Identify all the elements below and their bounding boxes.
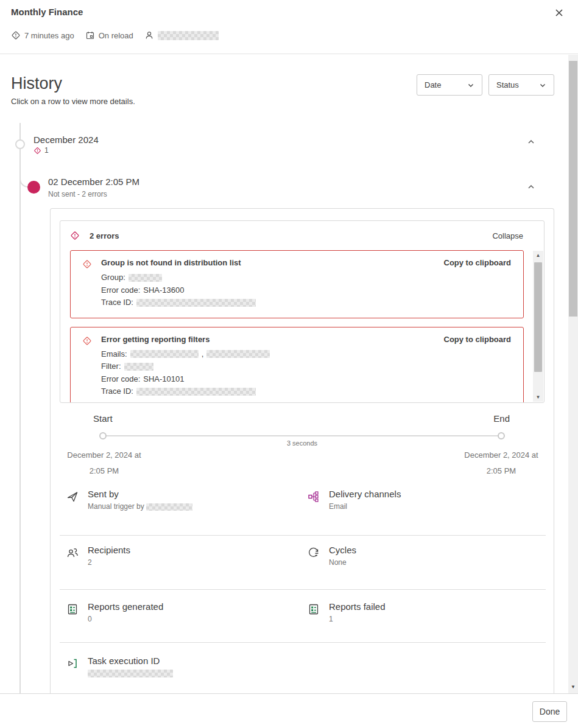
- duration-start-datetime: December 2, 2024 at 2:05 PM: [55, 447, 153, 479]
- group-field-label: Group:: [101, 271, 125, 284]
- owner-meta: [144, 30, 219, 40]
- scrollbar-thumb[interactable]: [534, 262, 542, 372]
- errors-panel: 2 errors Collapse Group is not found in …: [60, 220, 545, 403]
- run-row-title[interactable]: 02 December 2:05 PM: [48, 177, 139, 187]
- trigger-meta: On reload: [85, 30, 133, 40]
- grid-divider: [60, 589, 546, 590]
- task-execution-id-label: Task execution ID: [88, 656, 173, 666]
- duration-end-datetime: December 2, 2024 at 2:05 PM: [453, 447, 550, 479]
- chevron-up-icon: [527, 138, 535, 146]
- status-filter-dropdown[interactable]: Status: [488, 74, 554, 96]
- trace-id-redacted: [136, 299, 256, 307]
- collapse-errors-link[interactable]: Collapse: [492, 231, 523, 240]
- error-code-label: Error code:: [101, 284, 140, 297]
- copy-to-clipboard-button[interactable]: Copy to clipboard: [444, 335, 512, 344]
- scroll-down-arrow-icon[interactable]: ▼: [533, 393, 543, 402]
- reports-failed-value: 1: [329, 615, 386, 623]
- last-run-meta: 7 minutes ago: [11, 30, 74, 40]
- recipients-label: Recipients: [88, 545, 130, 555]
- error-code-value: SHA-13600: [143, 284, 184, 297]
- start-date-text: December 2, 2024 at: [55, 447, 153, 463]
- timeline-month-node: [15, 139, 25, 149]
- trigger-text: On reload: [99, 31, 133, 40]
- task-execution-id-value: [88, 669, 173, 677]
- cycles-item: Cycles None: [308, 545, 356, 567]
- grid-divider: [60, 642, 546, 643]
- email-value-redacted: [130, 350, 199, 358]
- scrollbar-thumb[interactable]: [569, 61, 577, 317]
- timeline-rail: [19, 123, 21, 693]
- history-scroll-area: History Click on a row to view more deta…: [0, 55, 578, 693]
- sent-by-user-redacted: [146, 503, 192, 511]
- error-diamond-icon: [33, 147, 41, 155]
- run-detail-panel: 2 errors Collapse Group is not found in …: [50, 208, 554, 693]
- duration-start-handle[interactable]: [99, 432, 107, 439]
- error-card[interactable]: Error getting reporting filters Copy to …: [70, 327, 524, 403]
- start-time-text: 2:05 PM: [55, 463, 153, 479]
- cycles-value: None: [329, 558, 356, 567]
- delivery-channels-item: Delivery channels Email: [308, 489, 401, 511]
- reports-generated-label: Reports generated: [88, 601, 163, 612]
- errors-list: Group is not found in distribution list …: [60, 250, 544, 402]
- delivery-channels-label: Delivery channels: [329, 489, 401, 499]
- copy-to-clipboard-button[interactable]: Copy to clipboard: [444, 258, 512, 267]
- month-group-label[interactable]: December 2024: [33, 135, 99, 145]
- email-value-redacted: [206, 350, 270, 358]
- sent-by-item: Sent by Manual trigger by: [66, 489, 192, 511]
- chevron-up-icon: [527, 183, 535, 191]
- cycles-icon: [308, 547, 320, 559]
- sent-by-label: Sent by: [88, 489, 192, 499]
- send-icon: [66, 491, 79, 503]
- reports-failed-item: Reports failed 1: [308, 601, 386, 623]
- month-error-badge: 1: [33, 146, 49, 155]
- emails-field-label: Emails:: [101, 348, 127, 361]
- chevron-down-icon: [539, 82, 546, 89]
- sent-by-value: Manual trigger by: [88, 502, 192, 511]
- collapse-month-button[interactable]: [524, 135, 538, 149]
- last-run-text: 7 minutes ago: [24, 31, 74, 40]
- dialog-meta-row: 7 minutes ago On reload: [11, 30, 219, 40]
- status-filter-label: Status: [496, 80, 519, 89]
- main-scrollbar[interactable]: ▼: [568, 55, 578, 693]
- filter-field-label: Filter:: [101, 360, 121, 373]
- group-value-redacted: [129, 274, 162, 282]
- reports-failed-label: Reports failed: [329, 601, 386, 612]
- run-row-status: Not sent - 2 errors: [48, 190, 107, 198]
- person-icon: [144, 30, 154, 40]
- dialog-footer: Done: [0, 693, 578, 728]
- duration-end-label: End: [493, 413, 510, 424]
- history-heading: History: [11, 74, 62, 93]
- month-error-count: 1: [44, 146, 49, 155]
- task-execution-id-item: Task execution ID: [66, 656, 173, 677]
- collapse-run-button[interactable]: [524, 180, 538, 194]
- chevron-down-icon: [467, 82, 474, 89]
- task-execution-id-redacted: [88, 670, 173, 677]
- trace-id-label: Trace ID:: [101, 296, 133, 309]
- errors-scrollbar[interactable]: ▲ ▼: [533, 251, 543, 402]
- date-filter-label: Date: [425, 80, 441, 89]
- duration-end-handle[interactable]: [498, 432, 505, 439]
- error-card[interactable]: Group is not found in distribution list …: [70, 250, 524, 318]
- error-code-label: Error code:: [101, 373, 140, 386]
- grid-divider: [60, 535, 546, 536]
- filter-value-redacted: [124, 363, 153, 371]
- close-icon: [554, 8, 564, 18]
- end-date-text: December 2, 2024 at: [453, 447, 550, 463]
- error-title: Error getting reporting filters: [101, 335, 210, 344]
- errors-panel-header: 2 errors Collapse: [60, 221, 544, 250]
- dialog-header: Monthly Finance 7 minutes ago On reload: [0, 0, 578, 54]
- recipients-item: Recipients 2: [66, 545, 130, 567]
- scroll-up-arrow-icon[interactable]: ▲: [533, 251, 543, 260]
- close-button[interactable]: [552, 6, 566, 19]
- task-execution-icon: [66, 657, 79, 670]
- duration-elapsed: 3 seconds: [272, 439, 333, 447]
- delivery-channels-icon: [308, 491, 320, 503]
- date-filter-dropdown[interactable]: Date: [417, 74, 482, 96]
- errors-count-title: 2 errors: [90, 231, 119, 240]
- done-button[interactable]: Done: [532, 701, 567, 722]
- scroll-down-arrow-icon[interactable]: ▼: [568, 684, 578, 690]
- duration-start-label: Start: [93, 413, 113, 424]
- timeline-run-node-error: [27, 181, 40, 194]
- delivery-channels-value: Email: [329, 502, 401, 511]
- report-document-icon: [308, 603, 320, 615]
